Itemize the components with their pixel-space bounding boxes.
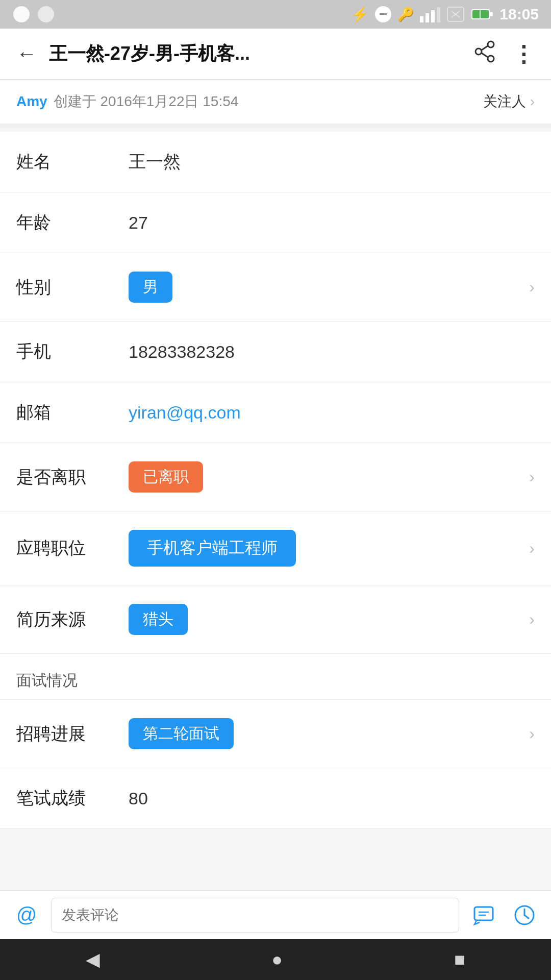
comment-icon	[472, 904, 495, 926]
key-icon: 🔑	[397, 7, 414, 22]
field-value[interactable]: 男	[129, 272, 523, 303]
back-button[interactable]: ←	[16, 42, 37, 65]
field-value: 80	[129, 789, 535, 808]
svg-point-15	[488, 56, 494, 62]
status-right-icons: ⚡ − 🔑 18:05	[351, 6, 539, 23]
svg-rect-2	[420, 16, 423, 22]
field-label: 邮箱	[16, 401, 129, 424]
svg-point-13	[488, 41, 494, 47]
wifi-icon	[37, 5, 55, 23]
field-chevron-icon: ›	[529, 724, 535, 743]
badge[interactable]: 猎头	[129, 604, 188, 635]
clock-icon-button[interactable]	[508, 899, 541, 932]
clock-icon	[513, 904, 536, 926]
field-row: 手机18283382328	[0, 322, 551, 382]
svg-point-1	[38, 6, 54, 22]
svg-rect-4	[431, 10, 435, 22]
field-label: 姓名	[16, 150, 129, 174]
battery-icon	[471, 7, 493, 21]
status-left-icons	[12, 5, 55, 23]
sim-icon	[446, 6, 465, 22]
field-row[interactable]: 是否离职已离职›	[0, 443, 551, 511]
field-chevron-icon: ›	[529, 468, 535, 486]
share-button[interactable]	[473, 40, 496, 67]
svg-rect-3	[425, 13, 429, 22]
field-row[interactable]: 招聘进展第二轮面试›	[0, 700, 551, 768]
svg-rect-18	[474, 907, 493, 920]
created-label: 创建于 2016年1月22日 15:54	[54, 92, 239, 111]
recruit-fields-section: 招聘进展第二轮面试›笔试成绩80	[0, 700, 551, 829]
field-value[interactable]: 第二轮面试	[129, 718, 523, 749]
page-title: 王一然-27岁-男-手机客...	[49, 41, 473, 66]
more-button[interactable]: ⋮	[512, 41, 535, 67]
field-row: 邮箱yiran@qq.com	[0, 382, 551, 443]
svg-point-0	[13, 6, 30, 22]
field-label: 简历来源	[16, 608, 129, 631]
badge[interactable]: 已离职	[129, 461, 203, 493]
field-label: 招聘进展	[16, 722, 129, 746]
field-value[interactable]: 已离职	[129, 461, 523, 493]
minus-icon: −	[375, 6, 391, 22]
field-label: 年龄	[16, 211, 129, 234]
field-label: 是否离职	[16, 465, 129, 489]
badge[interactable]: 男	[129, 272, 172, 303]
comment-input[interactable]	[51, 898, 459, 933]
content-area: 姓名王一然年龄27性别男›手机18283382328邮箱yiran@qq.com…	[0, 132, 551, 921]
status-time: 18:05	[499, 6, 539, 23]
creator-name: Amy	[16, 93, 47, 110]
field-value: 27	[129, 213, 535, 233]
field-row: 笔试成绩80	[0, 768, 551, 829]
toolbar: ← 王一然-27岁-男-手机客... ⋮	[0, 29, 551, 80]
field-value: 王一然	[129, 150, 535, 174]
follower-button[interactable]: 关注人 ›	[483, 92, 535, 111]
signal-bars-icon	[420, 6, 440, 22]
svg-rect-5	[437, 7, 440, 22]
field-row[interactable]: 应聘职位手机客户端工程师›	[0, 511, 551, 585]
badge[interactable]: 手机客户端工程师	[129, 530, 296, 567]
nav-bar: ◀ ● ■	[0, 939, 551, 980]
status-bar: ⚡ − 🔑 18:05	[0, 0, 551, 29]
share-icon	[473, 40, 496, 63]
fields-section: 姓名王一然年龄27性别男›手机18283382328邮箱yiran@qq.com…	[0, 132, 551, 654]
field-value[interactable]: 猎头	[129, 604, 523, 635]
field-chevron-icon: ›	[529, 539, 535, 558]
comment-bar: @	[0, 890, 551, 939]
signal-icon	[12, 5, 31, 23]
field-label: 笔试成绩	[16, 787, 129, 810]
follower-label: 关注人	[483, 92, 526, 111]
badge[interactable]: 第二轮面试	[129, 718, 234, 749]
field-row: 年龄27	[0, 192, 551, 253]
field-label: 应聘职位	[16, 536, 129, 560]
field-value: yiran@qq.com	[129, 403, 535, 423]
svg-line-17	[482, 53, 488, 57]
field-row: 姓名王一然	[0, 132, 551, 192]
svg-line-23	[524, 915, 529, 918]
at-button[interactable]: @	[10, 899, 43, 932]
field-label: 手机	[16, 340, 129, 363]
section-header: 面试情况	[0, 654, 551, 700]
comment-icon-button[interactable]	[467, 899, 500, 932]
field-value: 18283382328	[129, 342, 535, 362]
bluetooth-icon: ⚡	[351, 6, 369, 23]
svg-rect-10	[490, 12, 493, 16]
svg-line-16	[482, 46, 488, 50]
field-chevron-icon: ›	[529, 278, 535, 297]
nav-back-button[interactable]: ◀	[86, 949, 100, 970]
field-value[interactable]: 手机客户端工程师	[129, 530, 523, 567]
field-row[interactable]: 简历来源猎头›	[0, 585, 551, 654]
field-row[interactable]: 性别男›	[0, 253, 551, 322]
creator-info: Amy 创建于 2016年1月22日 15:54	[16, 92, 238, 111]
nav-home-button[interactable]: ●	[271, 949, 283, 970]
field-chevron-icon: ›	[529, 610, 535, 629]
nav-recent-button[interactable]: ■	[454, 949, 465, 970]
svg-point-14	[475, 48, 482, 55]
info-bar: Amy 创建于 2016年1月22日 15:54 关注人 ›	[0, 80, 551, 128]
follower-chevron: ›	[530, 93, 535, 110]
field-label: 性别	[16, 276, 129, 299]
